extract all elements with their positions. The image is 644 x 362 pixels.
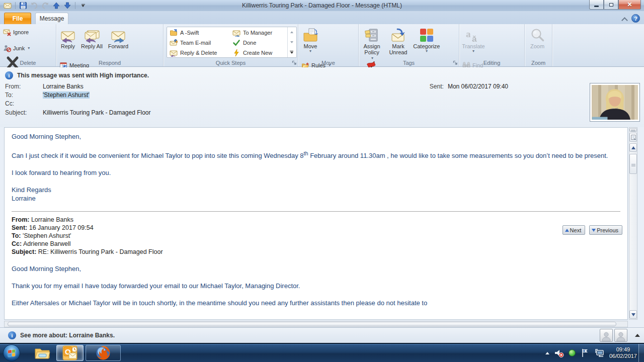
scroll-down-button[interactable] bbox=[629, 310, 637, 319]
taskbar: 09:49 06/02/2017 bbox=[0, 344, 644, 362]
cc-label: Cc: bbox=[5, 100, 14, 107]
minimize-button[interactable] bbox=[589, 0, 604, 10]
previous-button[interactable]: Previous bbox=[589, 225, 622, 235]
quick-steps-scroll-up[interactable] bbox=[288, 27, 295, 37]
window-title: Killiwerris Touring Park - Damaged Floor… bbox=[0, 2, 644, 9]
subject-label: Subject: bbox=[5, 109, 27, 116]
forward-button[interactable]: Forward bbox=[105, 26, 131, 59]
quoted-paragraph: Good Morning Stephen, bbox=[12, 264, 620, 273]
network-icon[interactable] bbox=[595, 348, 605, 358]
close-button[interactable]: ✕ bbox=[618, 0, 641, 10]
hscrollbar-thumb[interactable] bbox=[8, 322, 616, 326]
ribbon-tab-row: File Message ? bbox=[0, 11, 644, 24]
message-body[interactable]: Good Morning Stephen, Can I just check i… bbox=[4, 127, 628, 320]
message-header: i This message was sent with High import… bbox=[0, 67, 644, 127]
contact-avatar[interactable] bbox=[600, 329, 613, 342]
body-signature: Lorraine bbox=[12, 194, 620, 203]
from-value[interactable]: Lorraine Banks bbox=[43, 83, 84, 90]
contact-avatar[interactable] bbox=[614, 329, 627, 342]
expand-people-pane-icon[interactable] bbox=[635, 334, 640, 337]
scrollbar-thumb[interactable] bbox=[629, 154, 637, 174]
tray-expand-icon[interactable] bbox=[545, 352, 549, 354]
mark-unread-button[interactable]: Mark Unread bbox=[386, 26, 410, 59]
ribbon-group-respond: Reply Reply All Forward Meeting More Res… bbox=[56, 24, 164, 66]
tab-file[interactable]: File bbox=[4, 13, 31, 24]
quick-steps-more-button[interactable] bbox=[288, 47, 295, 57]
zoom-button: Zoom bbox=[526, 26, 549, 59]
quick-step-to-manager[interactable]: To Manager bbox=[231, 28, 287, 38]
quick-step-reply-delete[interactable]: Reply & Delete bbox=[168, 48, 231, 58]
categorize-button[interactable]: Categorize▾ bbox=[413, 26, 441, 59]
sent-row: Sent:Mon 06/02/2017 09:40 bbox=[430, 83, 508, 90]
start-button[interactable] bbox=[3, 344, 20, 361]
taskbar-outlook-button[interactable] bbox=[56, 345, 84, 361]
split-handle[interactable] bbox=[629, 128, 637, 132]
ribbon-group-editing: Translate▾ Find Related Select Editing bbox=[459, 24, 525, 66]
people-pane: i See more about: Lorraine Banks. bbox=[0, 327, 644, 343]
junk-button[interactable]: Junk bbox=[1, 43, 32, 53]
translate-button: Translate▾ bbox=[460, 26, 487, 59]
help-icon[interactable]: ? bbox=[631, 14, 640, 23]
ribbon-group-delete: Ignore Junk Delete Delete bbox=[0, 24, 56, 66]
quick-steps-scroll-down[interactable] bbox=[288, 37, 295, 47]
importance-info-bar: i This message was sent with High import… bbox=[5, 71, 149, 79]
body-paragraph: Can I just check if it would be convenie… bbox=[12, 149, 620, 160]
taskbar-firefox-button[interactable] bbox=[86, 345, 121, 361]
quoted-paragraph: Thank you for my email I have today forw… bbox=[12, 282, 620, 290]
horizontal-scrollbar[interactable] bbox=[4, 321, 628, 327]
to-value[interactable]: 'Stephen Ashurst' bbox=[43, 92, 90, 99]
quick-step-a-swift[interactable]: A -Swift bbox=[168, 28, 231, 38]
quick-steps-box: A -Swift To Manager Team E-mail Done Rep… bbox=[167, 27, 297, 58]
quoted-paragraph: Either Aftersales or Michael Taylor will… bbox=[12, 299, 620, 307]
vertical-scrollbar[interactable] bbox=[629, 127, 637, 320]
next-button[interactable]: Next bbox=[562, 225, 586, 235]
minimize-ribbon-icon[interactable] bbox=[622, 17, 627, 20]
info-icon: i bbox=[8, 331, 16, 339]
ribbon-group-move: Move▾ Rules Actions Move bbox=[298, 24, 359, 66]
taskbar-clock[interactable]: 09:49 06/02/2017 bbox=[609, 346, 637, 359]
quick-step-team-email[interactable]: Team E-mail bbox=[168, 38, 231, 48]
to-label: To: bbox=[5, 92, 13, 99]
body-signature: Kind Regards bbox=[12, 186, 620, 194]
ribbon: Ignore Junk Delete Delete Reply Reply Al… bbox=[0, 24, 644, 67]
title-bar: Killiwerris Touring Park - Damaged Floor… bbox=[0, 0, 644, 11]
taskbar-explorer-button[interactable] bbox=[31, 345, 53, 361]
ribbon-group-zoom: Zoom Zoom bbox=[525, 24, 552, 66]
people-pane-text: See more about: Lorraine Banks. bbox=[20, 332, 115, 339]
quick-steps-dialog-launcher[interactable] bbox=[292, 60, 297, 65]
quoted-message: From: Lorraine Banks Sent: 16 January 20… bbox=[12, 211, 620, 307]
windows-logo-icon bbox=[8, 349, 15, 356]
system-tray: 09:49 06/02/2017 bbox=[545, 344, 637, 362]
status-orb-icon[interactable] bbox=[569, 349, 576, 356]
volume-muted-icon[interactable] bbox=[554, 348, 564, 358]
sender-photo bbox=[590, 83, 640, 122]
quick-step-done[interactable]: Done bbox=[231, 38, 287, 48]
body-paragraph: Good Morning Stephen, bbox=[12, 132, 620, 141]
info-icon: i bbox=[5, 71, 13, 79]
ribbon-group-tags: Assign Policy Mark Unread Categorize▾ Fo… bbox=[359, 24, 459, 66]
reply-button[interactable]: Reply bbox=[57, 26, 78, 59]
outlook-message-window: Killiwerris Touring Park - Damaged Floor… bbox=[0, 0, 644, 343]
reply-all-button[interactable]: Reply All bbox=[80, 26, 103, 59]
from-label: From: bbox=[5, 83, 21, 90]
restore-button[interactable] bbox=[604, 0, 618, 10]
show-desktop-button[interactable] bbox=[638, 344, 644, 362]
ignore-button[interactable]: Ignore bbox=[1, 27, 32, 37]
move-button[interactable]: Move▾ bbox=[299, 26, 321, 59]
previous-arrow-icon bbox=[592, 229, 596, 232]
subject-value: Killiwerris Touring Park - Damaged Floor bbox=[43, 109, 151, 116]
tags-dialog-launcher[interactable] bbox=[453, 60, 458, 65]
quick-step-create-new[interactable]: Create New bbox=[231, 48, 287, 58]
assign-policy-button[interactable]: Assign Policy bbox=[360, 26, 384, 59]
tab-message[interactable]: Message bbox=[35, 13, 68, 24]
sent-value: Mon 06/02/2017 09:40 bbox=[448, 83, 508, 90]
scrollbar-page-button[interactable] bbox=[629, 133, 637, 142]
body-paragraph: I look forward to hearing from you. bbox=[12, 168, 620, 177]
scroll-up-button[interactable] bbox=[629, 143, 637, 152]
action-center-flag-icon[interactable] bbox=[580, 348, 590, 358]
next-arrow-icon bbox=[565, 229, 569, 232]
ribbon-group-quick-steps: A -Swift To Manager Team E-mail Done Rep… bbox=[164, 24, 298, 66]
